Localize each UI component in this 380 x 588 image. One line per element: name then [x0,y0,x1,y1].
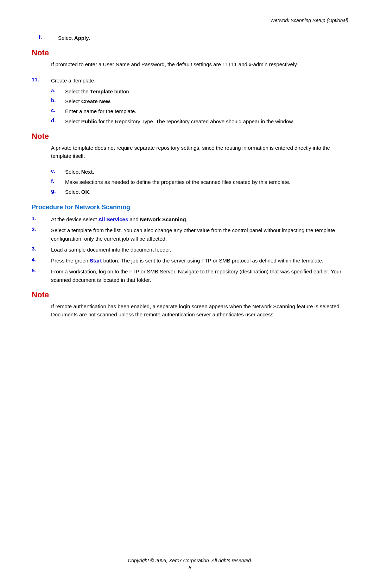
substep-11f-label: f. [51,178,65,186]
note-title-2: Note [32,132,348,141]
substep-11d-content: Select Public for the Repository Type. T… [65,117,348,125]
note-content-3: If remote authentication has been enable… [51,302,348,319]
note-title-3: Note [32,290,348,299]
procedure-heading: Procedure for Network Scanning [32,204,348,211]
proc-step-1-content: At the device select All Services and Ne… [51,215,348,223]
proc-step-3-content: Load a sample document into the document… [51,246,348,254]
proc-step-4-num: 4. [32,256,51,265]
substep-11d-label: d. [51,117,65,125]
substep-11g-label: g. [51,188,65,196]
substep-11c: c. Enter a name for the template. [51,107,348,115]
substep-11b-content: Select Create New. [65,97,348,105]
proc-step-5-content: From a workstation, log on to the FTP or… [51,267,348,284]
proc-step-2: 2. Select a template from the list. You … [32,226,348,243]
substep-11d: d. Select Public for the Repository Type… [51,117,348,125]
page-header: Network Scanning Setup (Optional) [32,18,348,23]
substep-11g: g. Select OK. [51,188,348,196]
note-block-3: Note If remote authentication has been e… [32,290,348,319]
proc-step-4: 4. Press the green Start button. The job… [32,256,348,265]
footer-page-number: 8 [0,565,380,570]
step-11-number: 11. [32,76,51,85]
header-title: Network Scanning Setup (Optional) [271,18,348,23]
substep-11e-label: e. [51,168,65,176]
substep-11b-label: b. [51,97,65,105]
note-title-1: Note [32,48,348,57]
proc-step-3: 3. Load a sample document into the docum… [32,246,348,254]
step-11-content: Create a Template. [51,76,348,85]
note-content-1: If prompted to enter a User Name and Pas… [51,60,348,68]
note-block-2: Note A private template does not require… [32,132,348,160]
step-f-content: Select Apply. [58,34,348,42]
substep-11g-content: Select OK. [65,188,348,196]
page-footer: Copyright © 2006, Xerox Corporation. All… [0,558,380,570]
substep-11a-content: Select the Template button. [65,87,348,95]
substeps-11-ad: a. Select the Template button. b. Select… [51,87,348,125]
proc-step-1: 1. At the device select All Services and… [32,215,348,223]
substep-11c-content: Enter a name for the template. [65,107,348,115]
substep-11f: f. Make selections as needed to define t… [51,178,348,186]
substep-11e-content: Select Next. [65,168,348,176]
substep-11a-label: a. [51,87,65,95]
proc-step-2-content: Select a template from the list. You can… [51,226,348,243]
footer-copyright: Copyright © 2006, Xerox Corporation. All… [0,558,380,563]
substep-11a: a. Select the Template button. [51,87,348,95]
proc-step-4-content: Press the green Start button. The job is… [51,256,348,265]
substep-11b: b. Select Create New. [51,97,348,105]
substep-11c-label: c. [51,107,65,115]
page: Network Scanning Setup (Optional) f. Sel… [0,0,380,588]
step-f-label: f. [39,34,58,42]
step-f-top: f. Select Apply. [39,34,348,42]
substeps-11-eg: e. Select Next. f. Make selections as ne… [51,168,348,196]
proc-step-1-num: 1. [32,215,51,223]
proc-step-5-num: 5. [32,267,51,284]
proc-step-3-num: 3. [32,246,51,254]
proc-step-5: 5. From a workstation, log on to the FTP… [32,267,348,284]
step-11: 11. Create a Template. [32,76,348,85]
proc-step-2-num: 2. [32,226,51,243]
substep-11f-content: Make selections as needed to define the … [65,178,348,186]
note-block-1: Note If prompted to enter a User Name an… [32,48,348,68]
note-content-2: A private template does not require sepa… [51,144,348,160]
substep-11e: e. Select Next. [51,168,348,176]
